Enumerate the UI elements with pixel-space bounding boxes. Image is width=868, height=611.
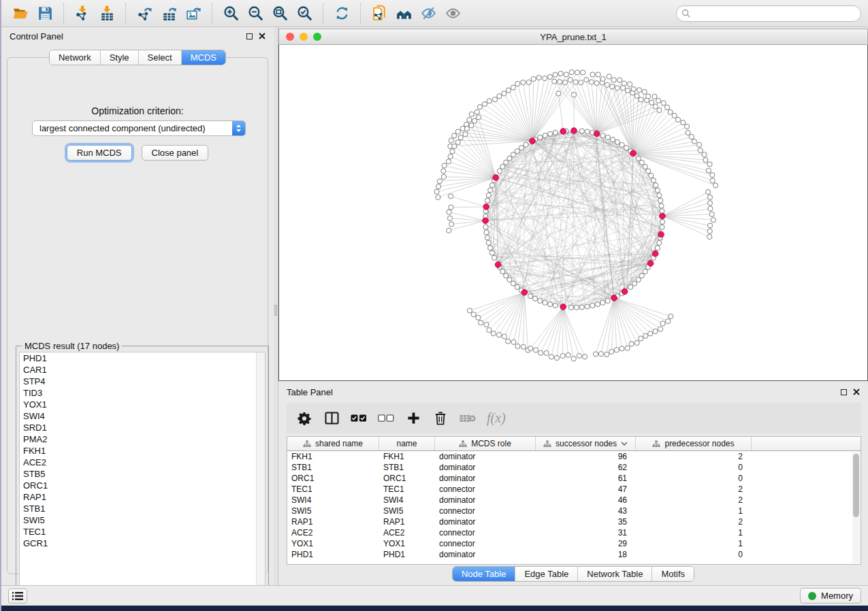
network-node[interactable]: [511, 85, 515, 90]
close-panel-icon[interactable]: [853, 389, 860, 395]
network-node[interactable]: [552, 79, 557, 84]
deselect-all-columns-button[interactable]: [378, 410, 394, 427]
network-node[interactable]: [585, 304, 590, 309]
network-node[interactable]: [579, 80, 583, 85]
network-node[interactable]: [664, 105, 669, 110]
network-node[interactable]: [710, 178, 715, 183]
network-node[interactable]: [639, 97, 643, 102]
network-node[interactable]: [543, 76, 547, 80]
network-node[interactable]: [632, 281, 637, 286]
network-node[interactable]: [547, 302, 552, 307]
network-node[interactable]: [521, 344, 526, 349]
network-node[interactable]: [558, 80, 562, 84]
network-node[interactable]: [441, 169, 446, 174]
network-node[interactable]: [658, 327, 662, 331]
network-node[interactable]: [511, 152, 515, 157]
network-node[interactable]: [489, 250, 494, 255]
network-node[interactable]: [484, 322, 489, 327]
network-node[interactable]: [634, 93, 639, 98]
table-row-TEC1[interactable]: TEC1TEC1connector472: [287, 484, 861, 495]
network-node[interactable]: [492, 97, 497, 102]
network-node[interactable]: [686, 130, 690, 135]
network-node[interactable]: [655, 246, 660, 250]
network-node[interactable]: [515, 148, 519, 153]
network-node[interactable]: [477, 104, 482, 109]
mcds-result-item[interactable]: STP4: [20, 376, 265, 387]
network-node[interactable]: [625, 346, 630, 350]
network-node[interactable]: [476, 315, 481, 320]
network-node[interactable]: [442, 163, 447, 168]
tab-mcds[interactable]: MCDS: [182, 50, 225, 65]
network-node[interactable]: [689, 134, 694, 139]
network-node[interactable]: [657, 108, 662, 112]
network-node[interactable]: [539, 350, 543, 355]
network-node[interactable]: [707, 234, 712, 239]
tab-style[interactable]: Style: [101, 50, 139, 65]
network-node[interactable]: [643, 333, 647, 338]
network-node[interactable]: [486, 193, 491, 197]
network-node[interactable]: [491, 331, 496, 335]
first-neighbors-button[interactable]: [391, 2, 416, 25]
mcds-result-item[interactable]: PMA2: [20, 433, 265, 445]
network-node[interactable]: [584, 78, 589, 82]
run-mcds-button[interactable]: Run MCDS: [67, 145, 132, 161]
network-node[interactable]: [648, 331, 653, 336]
network-node[interactable]: [532, 296, 537, 301]
close-panel-button[interactable]: Close panel: [142, 145, 209, 161]
network-node[interactable]: [449, 205, 453, 210]
network-node[interactable]: [571, 93, 576, 97]
network-node[interactable]: [441, 174, 446, 179]
mcds-dominator-node[interactable]: [530, 138, 536, 144]
mcds-result-item[interactable]: ORC1: [20, 480, 265, 491]
mcds-result-item[interactable]: PHD1: [20, 352, 265, 364]
network-node[interactable]: [436, 195, 440, 199]
mcds-dominator-node[interactable]: [630, 150, 637, 156]
network-node[interactable]: [624, 146, 629, 150]
network-node[interactable]: [502, 334, 507, 339]
network-node[interactable]: [590, 303, 595, 308]
network-node[interactable]: [575, 70, 579, 75]
network-node[interactable]: [566, 352, 570, 357]
network-node[interactable]: [636, 156, 641, 161]
network-node[interactable]: [579, 305, 584, 310]
network-node[interactable]: [506, 88, 511, 93]
network-node[interactable]: [487, 327, 492, 332]
network-node[interactable]: [536, 75, 541, 80]
mcds-dominator-node[interactable]: [521, 289, 528, 295]
table-scrollbar[interactable]: [852, 452, 860, 563]
network-node[interactable]: [610, 84, 615, 89]
network-node[interactable]: [637, 88, 641, 93]
network-node[interactable]: [620, 142, 624, 147]
network-node[interactable]: [711, 218, 716, 222]
network-node[interactable]: [581, 70, 585, 75]
hide-graphics-details-button[interactable]: [416, 2, 440, 25]
network-node[interactable]: [595, 302, 600, 307]
network-node[interactable]: [483, 225, 488, 229]
network-node[interactable]: [666, 319, 671, 324]
column-header-name[interactable]: name: [379, 437, 435, 450]
network-node[interactable]: [628, 284, 633, 289]
network-node[interactable]: [656, 98, 661, 103]
network-node[interactable]: [447, 216, 452, 220]
zoom-out-button[interactable]: [243, 2, 268, 25]
network-node[interactable]: [698, 148, 703, 153]
open-file-button[interactable]: [8, 2, 33, 25]
mcds-list-scrollbar[interactable]: [256, 352, 265, 594]
network-node[interactable]: [649, 174, 654, 178]
mcds-dominator-node[interactable]: [571, 128, 577, 134]
network-node[interactable]: [448, 154, 453, 159]
column-browser-button[interactable]: [323, 410, 340, 427]
add-column-button[interactable]: [405, 410, 421, 427]
network-node[interactable]: [668, 110, 673, 114]
network-node[interactable]: [646, 169, 651, 174]
network-node[interactable]: [631, 86, 636, 91]
network-node[interactable]: [568, 305, 573, 310]
delete-column-button[interactable]: [432, 410, 449, 427]
network-node[interactable]: [554, 355, 559, 360]
mcds-result-item[interactable]: TID3: [20, 387, 265, 399]
network-node[interactable]: [467, 117, 472, 122]
network-node[interactable]: [692, 139, 696, 144]
network-node[interactable]: [615, 139, 620, 144]
apply-layout-button[interactable]: [329, 2, 354, 25]
network-node[interactable]: [628, 82, 632, 86]
